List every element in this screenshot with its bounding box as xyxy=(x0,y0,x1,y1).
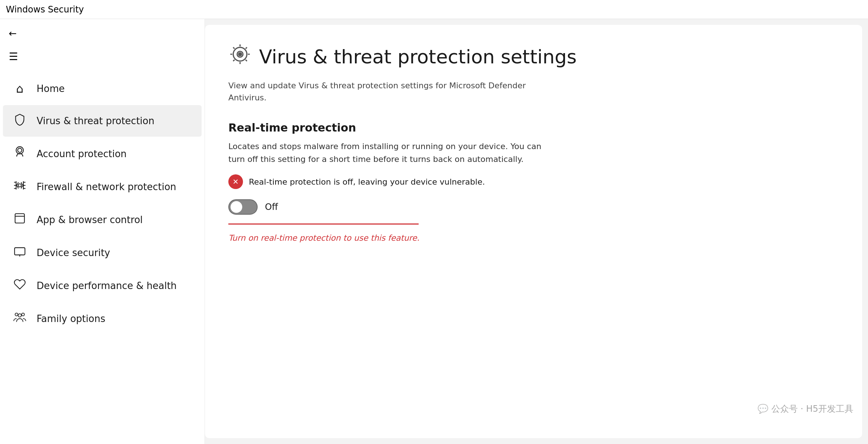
svg-point-13 xyxy=(239,53,242,56)
watermark: 💬 公众号 · H5开发工具 xyxy=(757,403,853,415)
watermark-text: 公众号 · H5开发工具 xyxy=(771,403,853,415)
svg-point-0 xyxy=(18,148,22,152)
page-header-icon xyxy=(228,42,252,71)
svg-rect-3 xyxy=(15,214,25,223)
back-icon: ← xyxy=(9,28,17,39)
svg-rect-5 xyxy=(15,248,25,255)
realtime-section: Real-time protection Locates and stops m… xyxy=(228,121,839,243)
sidebar-item-label-appbrowser: App & browser control xyxy=(37,214,143,225)
red-divider xyxy=(228,223,419,225)
app-container: ← ☰ ⌂ Home Virus & threat protection xyxy=(0,19,868,444)
toggle-row: Off xyxy=(228,199,839,215)
devicehealth-icon xyxy=(12,278,28,293)
section-title-realtime: Real-time protection xyxy=(228,121,839,134)
menu-icon[interactable]: ☰ xyxy=(0,46,205,67)
warning-text: Real-time protection is off, leaving you… xyxy=(249,177,485,186)
account-icon xyxy=(12,146,28,162)
page-title: Virus & threat protection settings xyxy=(259,46,577,68)
warning-row: Real-time protection is off, leaving you… xyxy=(228,174,839,189)
svg-point-10 xyxy=(18,314,22,317)
sidebar-item-label-virus: Virus & threat protection xyxy=(37,115,154,126)
sidebar-item-label-home: Home xyxy=(37,83,65,94)
sidebar-item-appbrowser[interactable]: App & browser control xyxy=(3,204,202,236)
page-header: Virus & threat protection settings xyxy=(228,42,839,71)
home-icon: ⌂ xyxy=(12,82,28,96)
turn-on-text: Turn on real-time protection to use this… xyxy=(228,233,839,243)
svg-point-8 xyxy=(15,313,18,316)
svg-point-1 xyxy=(16,147,23,154)
watermark-icon: 💬 xyxy=(757,404,768,414)
section-description-realtime: Locates and stops malware from installin… xyxy=(228,140,558,166)
sidebar-item-virus[interactable]: Virus & threat protection xyxy=(3,105,202,137)
title-bar: Windows Security xyxy=(0,0,868,19)
toggle-label: Off xyxy=(265,202,278,212)
app-title: Windows Security xyxy=(6,4,84,15)
sidebar-item-label-firewall: Firewall & network protection xyxy=(37,181,176,192)
realtime-toggle[interactable] xyxy=(228,199,258,215)
sidebar-item-home[interactable]: ⌂ Home xyxy=(3,74,202,104)
firewall-icon xyxy=(12,179,28,195)
sidebar-item-devicesecurity[interactable]: Device security xyxy=(3,237,202,269)
sidebar-item-label-account: Account protection xyxy=(37,148,127,159)
page-subtitle: View and update Virus & threat protectio… xyxy=(228,79,558,104)
sidebar-item-label-devicesecurity: Device security xyxy=(37,247,110,258)
sidebar-item-devicehealth[interactable]: Device performance & health xyxy=(3,270,202,301)
main-content: Virus & threat protection settings View … xyxy=(205,25,862,438)
appbrowser-icon xyxy=(12,212,28,227)
sidebar-item-label-family: Family options xyxy=(37,313,105,324)
sidebar-item-account[interactable]: Account protection xyxy=(3,138,202,170)
virus-icon xyxy=(12,113,28,129)
warning-icon xyxy=(228,174,243,189)
sidebar-item-label-devicehealth: Device performance & health xyxy=(37,280,177,291)
svg-point-9 xyxy=(22,313,25,316)
devicesecurity-icon xyxy=(12,245,28,260)
sidebar: ← ☰ ⌂ Home Virus & threat protection xyxy=(0,19,205,444)
family-icon xyxy=(12,311,28,326)
back-button[interactable]: ← xyxy=(0,23,205,43)
sidebar-item-firewall[interactable]: Firewall & network protection xyxy=(3,171,202,203)
svg-point-2 xyxy=(18,184,22,187)
sidebar-item-family[interactable]: Family options xyxy=(3,303,202,334)
